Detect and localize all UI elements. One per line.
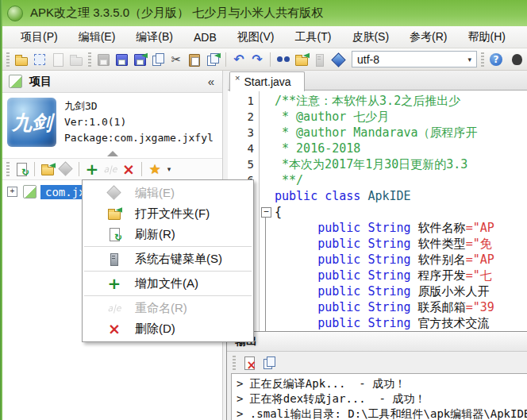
tree-expander[interactable]: +: [7, 187, 17, 197]
paste-special-icon[interactable]: [205, 52, 221, 67]
code-text: public String 软件别名="AP: [273, 252, 494, 268]
menu-item-add-file[interactable]: +增加文件(A): [83, 273, 253, 294]
output-panel-header: 输出: [227, 332, 527, 352]
toolbar-separator: [141, 162, 142, 176]
menu-item-delete[interactable]: ×删除(D): [83, 318, 253, 339]
menu-edit[interactable]: 编辑(E): [68, 27, 126, 48]
menu-item-system-context[interactable]: 系统右键菜单(S): [83, 249, 253, 269]
editor-tab-bar: × Start.java: [228, 71, 527, 91]
add-file-icon[interactable]: +: [84, 161, 100, 177]
menu-item-refresh[interactable]: 刷新(R): [83, 224, 253, 245]
project-panel-header: 项目 «: [2, 71, 222, 93]
app-package: Package:com.jxgame.jxfyl: [64, 130, 222, 146]
document-icon: [50, 52, 66, 67]
menu-item-edit: 编辑(E): [83, 183, 253, 203]
editor-line: 6 **/: [228, 172, 527, 188]
output-panel: 输出 > 正在反编译Apk... - 成功！> 正在将dex转成jar... -…: [226, 331, 527, 420]
toolbar-grip[interactable]: [481, 52, 484, 67]
open-apk-icon[interactable]: [13, 52, 29, 67]
toolbar-separator: [34, 162, 35, 176]
encoding-combobox[interactable]: utf-8▾: [352, 51, 477, 67]
find-icon[interactable]: [275, 52, 291, 67]
redo-icon[interactable]: ↷: [249, 52, 265, 67]
line-number: 3: [228, 125, 259, 141]
toolbar-grip[interactable]: [88, 52, 91, 67]
menu-item-system-context: [106, 251, 122, 267]
menu-help[interactable]: 帮助(H): [457, 27, 515, 48]
menu-separator: [84, 295, 252, 296]
editor-line: 2 * @author 七少月: [228, 109, 527, 125]
fold-margin: [259, 188, 273, 204]
cut-icon[interactable]: ✂: [168, 52, 184, 67]
code-text: public String 官方技术交流: [273, 315, 490, 331]
main-toolbar: ✂↶↷utf-8▾: [2, 48, 527, 71]
menu-item-delete: ×: [106, 321, 122, 337]
menu-compile[interactable]: 编译(B): [125, 27, 183, 48]
code-text: /**注意：本软件从3.2之后推出少: [273, 93, 460, 109]
window-border: [0, 0, 2, 420]
save-all-icon[interactable]: [113, 52, 129, 67]
help-icon[interactable]: [488, 52, 504, 67]
fold-margin: [259, 172, 273, 188]
editor-line: 3 * @author Mandarava（原程序开: [228, 125, 527, 141]
fold-collapse-icon[interactable]: −: [261, 207, 271, 218]
collapse-panel-button[interactable]: «: [208, 75, 214, 88]
toolbar-grip[interactable]: [6, 162, 10, 176]
green-arrow-badge: [140, 52, 148, 60]
menu-tools[interactable]: 工具(T): [284, 27, 341, 48]
editor-line: 12 public String 程序开发="七: [228, 268, 527, 283]
menu-reference[interactable]: 参考(R): [399, 27, 457, 48]
app-thumbnail: 九剑: [7, 98, 56, 147]
toolbar-grip[interactable]: [233, 356, 236, 370]
project-toolbar: +a|e×★▾: [2, 158, 222, 180]
install-icon: [312, 52, 328, 67]
green-arrow-badge: [48, 162, 56, 169]
menu-view[interactable]: 视图(V): [227, 27, 285, 48]
collapse-info-arrow: [107, 151, 118, 156]
app-version: Ver:1.0(1): [64, 114, 222, 130]
title-bar[interactable]: APK改之理 3.3.5.0（少月版） 七少月与小米人共有版权: [0, 0, 527, 26]
clear-output-icon[interactable]: [241, 355, 257, 371]
menu-item-label: 删除(D): [135, 322, 175, 337]
fold-margin: [259, 252, 273, 268]
code-text: public String 程序开发="七: [273, 268, 492, 283]
editor-line: 8−{: [228, 204, 527, 220]
fold-margin: [259, 299, 273, 315]
encoding-value: utf-8: [357, 53, 379, 66]
menu-item-open-folder[interactable]: 打开文件夹(F): [83, 203, 253, 224]
toolbar-grip[interactable]: [6, 52, 10, 67]
code-text: {: [273, 204, 282, 220]
copy-output-icon[interactable]: [261, 355, 277, 371]
copy-icon[interactable]: [150, 52, 166, 67]
code-text: public class ApkIDE: [273, 188, 411, 204]
favorites-icon[interactable]: ★: [147, 161, 163, 177]
chevron-down-icon[interactable]: ▾: [467, 56, 471, 64]
delete-icon[interactable]: ×: [121, 161, 137, 177]
code-editor[interactable]: 1/**注意：本软件从3.2之后推出少2 * @author 七少月3 * @a…: [228, 91, 527, 331]
undo-icon[interactable]: ↶: [231, 52, 247, 67]
bug-icon[interactable]: [506, 52, 522, 67]
context-menu: 编辑(E)打开文件夹(F)刷新(R)系统右键菜单(S)+增加文件(A)a|e重命…: [82, 179, 254, 342]
menu-adb[interactable]: ADB: [183, 28, 227, 47]
tab-start-java[interactable]: × Start.java: [229, 71, 305, 91]
edit-file-icon: [58, 161, 74, 177]
code-text: * @author 七少月: [273, 109, 389, 125]
fold-marker[interactable]: −: [259, 204, 273, 220]
open-output-folder-icon[interactable]: [294, 52, 310, 67]
info-splitter-handle[interactable]: [2, 148, 222, 158]
refresh-project-icon[interactable]: [13, 161, 29, 177]
line-number: 5: [228, 156, 259, 172]
menu-skin[interactable]: 皮肤(S): [341, 27, 399, 48]
paste-icon[interactable]: [187, 52, 202, 67]
sign-apk-icon[interactable]: [330, 52, 346, 67]
save-export-icon[interactable]: [132, 52, 148, 67]
open-project-folder-icon[interactable]: [40, 161, 56, 177]
code-text: **/: [273, 172, 303, 188]
folder-icon: [68, 52, 84, 67]
close-tab-icon[interactable]: ×: [235, 73, 240, 83]
menu-item-refresh: [106, 226, 122, 242]
menu-item-open-folder: [106, 206, 122, 222]
favorites-dropdown-icon[interactable]: ▾: [165, 161, 173, 177]
apk-package-icon[interactable]: [32, 52, 48, 67]
menu-project[interactable]: 项目(P): [10, 27, 68, 48]
